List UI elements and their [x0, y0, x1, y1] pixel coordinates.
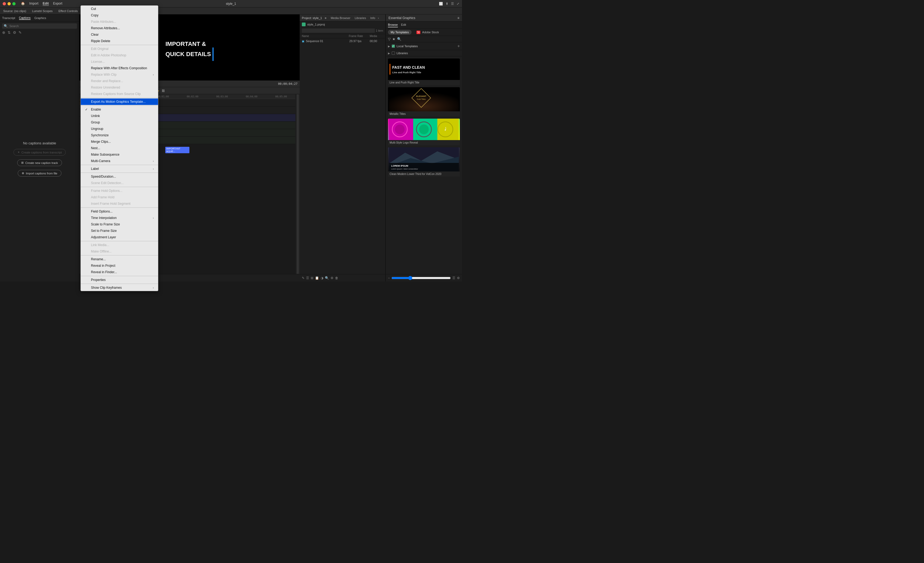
project-panel-menu[interactable]: ≡: [325, 17, 326, 20]
track-row-a3: [136, 137, 296, 144]
search-icon: 🔍: [4, 24, 8, 28]
libraries-checkbox[interactable]: [392, 51, 395, 55]
proj-settings[interactable]: ⚙: [330, 276, 333, 280]
menu-time-interpolation[interactable]: Time Interpolation›: [81, 215, 158, 221]
eg-tab-edit[interactable]: Edit: [401, 23, 406, 27]
maximize-button[interactable]: [12, 2, 15, 5]
eg-settings[interactable]: ⚙: [457, 276, 460, 280]
minimize-button[interactable]: [8, 2, 11, 5]
tab-effect-controls[interactable]: Effect Controls: [57, 9, 79, 13]
import-captions-button[interactable]: ⊕ Import captions from file: [18, 170, 61, 177]
eg-zoom-out[interactable]: −: [388, 276, 390, 280]
menu-rename[interactable]: Rename...: [81, 256, 158, 263]
menu-reveal-in-project[interactable]: Reveal in Project: [81, 263, 158, 269]
template-card-elegant-gold[interactable]: ELEGANT Gold Titles Metallic Titles: [388, 87, 460, 117]
menu-unlink[interactable]: Unlink: [81, 113, 158, 119]
eg-subtab-adobe-stock[interactable]: St Adobe Stock: [414, 30, 442, 35]
menu-edit[interactable]: Edit: [43, 2, 49, 6]
separator-10: [81, 276, 158, 276]
fullscreen-icon[interactable]: ⬜: [439, 2, 443, 6]
tab-graphics[interactable]: Graphics: [34, 17, 46, 20]
template-card-logo-reveal[interactable]: ♩ Multi-Style Logo Reveal: [388, 119, 460, 145]
menu-nest[interactable]: Nest...: [81, 145, 158, 152]
eg-list-view[interactable]: ☰: [452, 276, 455, 280]
settings-icon[interactable]: ☰: [451, 2, 454, 6]
eg-tab-browse[interactable]: Browse: [388, 23, 398, 27]
menu-enable[interactable]: ✓Enable: [81, 106, 158, 113]
elegant-svg: ELEGANT Gold Titles: [389, 87, 459, 111]
proj-storyboard[interactable]: 📋: [315, 276, 319, 280]
menu-export-motion-graphics[interactable]: Export As Motion Graphics Template...: [81, 99, 158, 105]
menu-scale-to-frame[interactable]: Scale to Frame Size: [81, 221, 158, 228]
timeline-scrollbar[interactable]: [297, 94, 298, 274]
menu-properties[interactable]: Properties: [81, 277, 158, 281]
chevron-right-icon[interactable]: ›: [378, 17, 379, 20]
menu-import[interactable]: Import: [29, 2, 38, 6]
menu-synchronize[interactable]: Synchronize: [81, 132, 158, 138]
add-caption-icon[interactable]: ⊕: [2, 30, 5, 35]
filter-icon[interactable]: ⚙: [13, 30, 16, 35]
pencil-icon[interactable]: ✎: [18, 30, 22, 35]
proj-new-item[interactable]: ✎: [302, 276, 304, 280]
project-search-input[interactable]: [302, 29, 375, 33]
sequence-icon: ▣: [302, 40, 304, 43]
sequence-item[interactable]: ▣ Sequence 01 29.97 fps 00;00: [300, 38, 385, 44]
menu-home[interactable]: 🏠: [21, 2, 25, 6]
menu-multi-camera[interactable]: Multi-Camera›: [81, 158, 158, 164]
menu-merge-clips[interactable]: Merge Clips...: [81, 138, 158, 145]
separator-7: [81, 207, 158, 208]
tab-lumetri[interactable]: Lumetri Scopes: [31, 9, 54, 13]
menu-remove-attributes[interactable]: Remove Attributes...: [81, 25, 158, 32]
proj-toggle[interactable]: ◑: [321, 276, 323, 280]
proj-trash[interactable]: 🗑: [335, 276, 338, 280]
libraries-label: Libraries: [396, 51, 408, 55]
menu-copy[interactable]: Copy: [81, 12, 158, 18]
menu-make-subsequence[interactable]: Make Subsequence: [81, 152, 158, 158]
eg-filter-icon[interactable]: ▽: [388, 37, 391, 41]
tab-transcript[interactable]: Transcript: [2, 17, 15, 20]
menu-field-options[interactable]: Field Options...: [81, 208, 158, 215]
sort-icon[interactable]: ⇅: [8, 30, 11, 35]
menu-export[interactable]: Export: [53, 2, 63, 6]
menu-ungroup[interactable]: Ungroup: [81, 126, 158, 132]
menu-set-to-frame[interactable]: Set to Frame Size: [81, 228, 158, 234]
local-templates-checkbox[interactable]: ✓: [392, 45, 395, 48]
libraries-tab[interactable]: Libraries: [355, 17, 366, 20]
tab-captions[interactable]: Captions: [19, 16, 31, 20]
eg-subtab-my-templates[interactable]: My Templates: [388, 30, 411, 35]
template-card-lower-third[interactable]: LOREM IPSUM Lorem ipsum / dolor consecte…: [388, 147, 460, 177]
eg-zoom-slider[interactable]: [392, 276, 451, 280]
info-tab[interactable]: Info: [370, 17, 375, 20]
libraries-chevron[interactable]: ▶: [388, 52, 390, 55]
add-local-template-icon[interactable]: +: [458, 44, 460, 48]
svg-text:FAST AND CLEAN: FAST AND CLEAN: [392, 65, 425, 69]
menu-cut[interactable]: Cut: [81, 6, 158, 12]
proj-search2[interactable]: 🔍: [325, 276, 329, 280]
close-button[interactable]: [3, 2, 6, 5]
local-templates-chevron[interactable]: ▶: [388, 45, 390, 48]
menu-clear[interactable]: Clear: [81, 32, 158, 38]
menu-label[interactable]: Label›: [81, 165, 158, 172]
menu-replace-ae[interactable]: Replace With After Effects Composition: [81, 65, 158, 71]
proj-list-view[interactable]: ☰: [306, 276, 309, 280]
menu-speed-duration[interactable]: Speed/Duration...: [81, 173, 158, 180]
eg-star-icon[interactable]: ★: [392, 37, 396, 41]
sequence-media: 00;00: [370, 39, 383, 43]
expand-icon[interactable]: ⤢: [457, 2, 459, 6]
menu-group[interactable]: Group: [81, 119, 158, 126]
eg-search-icon[interactable]: 🔍: [397, 37, 401, 41]
timeline-clip-v1[interactable]: IMPORTANT &QUE...: [165, 147, 189, 153]
tab-source[interactable]: Source: (no clips): [2, 9, 27, 13]
share-icon[interactable]: ⬆: [446, 2, 448, 6]
template-card-fast-and-clean[interactable]: FAST AND CLEAN Line and Push Right Title…: [388, 59, 460, 85]
menu-ripple-delete[interactable]: Ripple Delete: [81, 38, 158, 44]
plus-square-icon: ⊞: [21, 161, 24, 165]
menu-adjustment-layer[interactable]: Adjustment Layer: [81, 234, 158, 240]
eg-menu-icon[interactable]: ≡: [458, 16, 459, 20]
proj-icon-view[interactable]: ⊞: [310, 276, 314, 280]
media-browser-tab[interactable]: Media Browser: [331, 17, 350, 20]
search-input[interactable]: [9, 24, 75, 28]
menu-reveal-in-finder[interactable]: Reveal in Finder...: [81, 269, 158, 275]
create-new-caption-button[interactable]: ⊞ Create new caption track: [17, 159, 62, 166]
tl-tool-link[interactable]: ⛓: [162, 89, 165, 92]
